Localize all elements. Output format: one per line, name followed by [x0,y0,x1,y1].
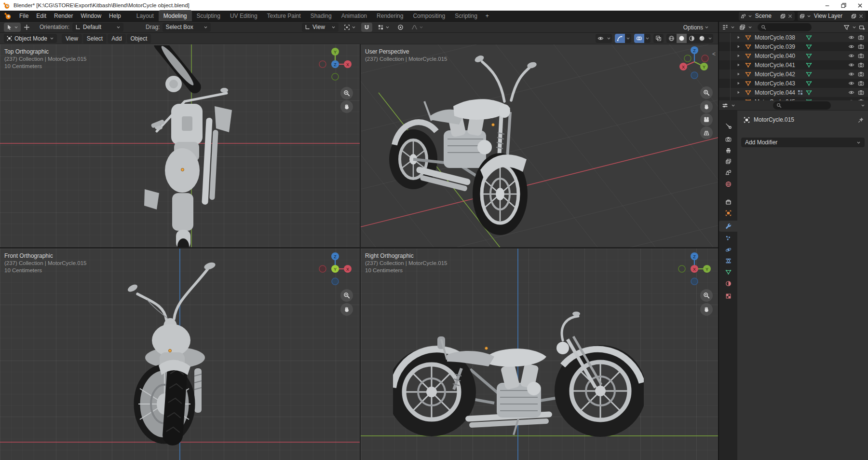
shading-material-button[interactable] [687,34,697,43]
zoom-button[interactable] [340,289,353,302]
object-name[interactable]: MotorCycle.043 [755,80,795,87]
restore-button[interactable] [835,0,852,11]
outliner-row[interactable]: MotorCycle.043 [719,79,868,88]
tab-texture-paint[interactable]: Texture Paint [262,10,306,21]
xray-toggle[interactable] [653,34,664,43]
viewport-front-orthographic[interactable]: Front Orthographic (237) Collection | Mo… [0,249,360,460]
disable-in-renders-icon[interactable] [858,80,864,86]
outliner-row[interactable]: MotorCycle.044 [719,88,868,97]
navigation-gizmo[interactable]: Z Y X [675,250,714,288]
tab-sculpting[interactable]: Sculpting [192,10,225,21]
tab-constraints[interactable] [719,255,737,266]
menu-edit[interactable]: Edit [32,11,50,21]
falloff-dropdown[interactable] [409,23,426,32]
menu-add[interactable]: Add [108,34,125,43]
zoom-button[interactable] [700,86,713,99]
options-dropdown[interactable]: Options [681,23,711,32]
object-name[interactable]: MotorCycle.038 [755,34,795,41]
new-view-layer-icon[interactable] [851,14,856,19]
tab-tool[interactable] [719,120,737,131]
properties-search-input[interactable] [773,101,831,110]
navigation-gizmo[interactable]: Z X Y [675,44,714,83]
pan-button[interactable] [700,100,713,113]
tab-object-data[interactable] [719,266,737,278]
outliner-row[interactable]: MotorCycle.039 [719,42,868,51]
navigation-gizmo[interactable]: Z X Y [316,250,354,288]
tab-scene[interactable] [719,167,737,178]
tab-uv-editing[interactable]: UV Editing [225,10,262,21]
hide-in-viewport-icon[interactable] [848,34,854,41]
tab-texture[interactable] [719,291,737,302]
properties-editor-type-icon[interactable] [722,102,728,109]
snap-target-dropdown[interactable] [375,23,392,32]
outliner-display-mode-icon[interactable] [722,24,728,30]
unlink-scene-icon[interactable] [787,14,793,19]
motorcycle-model-perspective-view[interactable] [386,44,612,246]
expand-arrow-icon[interactable] [736,54,741,58]
disable-in-renders-icon[interactable] [858,43,864,50]
menu-object[interactable]: Object [127,34,151,43]
blender-menu-icon[interactable] [4,12,12,20]
pivot-point-dropdown[interactable] [341,23,358,32]
tab-physics[interactable] [719,244,737,255]
motorcycle-model-top-view[interactable] [137,45,251,247]
tab-compositing[interactable]: Compositing [408,10,450,21]
viewport-top-orthographic[interactable]: Top Orthographic (237) Collection | Moto… [0,44,360,247]
gizmos-toggle-group[interactable] [615,34,631,43]
menu-select[interactable]: Select [83,34,107,43]
menu-file[interactable]: File [15,11,32,21]
outliner-search-input[interactable] [758,23,812,31]
pan-button[interactable] [340,100,353,113]
shading-rendered-button[interactable] [697,34,707,43]
active-tool-button[interactable] [4,23,21,32]
tab-modifiers[interactable] [719,221,737,232]
mode-dropdown[interactable]: Object Mode [4,34,57,43]
pan-button[interactable] [700,303,713,316]
hide-in-viewport-icon[interactable] [848,53,854,59]
new-collection-icon[interactable] [859,24,865,30]
menu-window[interactable]: Window [77,11,105,21]
motorcycle-model-front-view[interactable] [118,253,244,451]
hide-in-viewport-icon[interactable] [848,89,854,96]
tab-collection[interactable] [719,196,737,208]
outliner-row[interactable]: MotorCycle.042 [719,70,868,79]
tab-output[interactable] [719,145,737,156]
object-name[interactable]: MotorCycle.044 [755,89,795,96]
show-gizmos-toggle[interactable] [615,34,625,43]
hide-in-viewport-icon[interactable] [848,80,854,86]
tab-object[interactable] [719,208,737,219]
zoom-button[interactable] [340,87,353,99]
tab-modeling[interactable]: Modeling [159,10,192,21]
disable-in-renders-icon[interactable] [858,53,864,59]
hide-in-viewport-icon[interactable] [848,62,854,68]
disable-in-renders-icon[interactable] [858,89,864,96]
tab-scripting[interactable]: Scripting [450,10,482,21]
scene-selector[interactable]: Scene [739,12,795,21]
hide-in-viewport-icon[interactable] [848,43,854,50]
move-gizmo-icon[interactable] [24,24,30,30]
tab-animation[interactable]: Animation [337,10,372,21]
expand-arrow-icon[interactable] [736,81,741,85]
zoom-button[interactable] [700,289,713,302]
tab-particles[interactable] [719,233,737,244]
visibility-dropdown[interactable] [596,34,612,43]
tab-render[interactable] [719,134,737,145]
menu-view[interactable]: View [62,34,82,43]
object-name[interactable]: MotorCycle.041 [755,62,795,69]
outliner-row[interactable]: MotorCycle.040 [719,51,868,60]
shading-solid-button[interactable] [677,34,687,43]
disable-in-renders-icon[interactable] [858,62,864,68]
navigation-gizmo[interactable]: Y X Z [316,45,354,84]
disable-in-renders-icon[interactable] [858,71,864,77]
remove-view-layer-icon[interactable] [858,14,864,19]
expand-arrow-icon[interactable] [736,44,741,49]
new-scene-icon[interactable] [780,14,786,19]
perspective-toggle-button[interactable] [700,126,713,139]
view-layer-selector[interactable]: View Layer [798,12,866,21]
tab-world[interactable] [719,179,737,190]
expand-arrow-icon[interactable] [736,63,741,67]
outliner-row-clipped[interactable]: MotorCycle.045 [719,97,868,100]
expand-arrow-icon[interactable] [736,35,741,40]
tab-shading[interactable]: Shading [306,10,337,21]
overlays-toggle-group[interactable] [634,34,651,43]
